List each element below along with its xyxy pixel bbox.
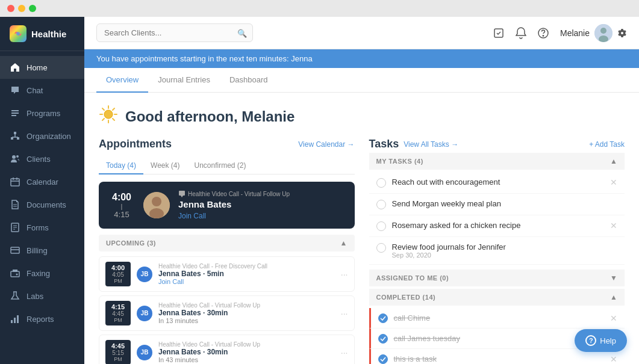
svg-rect-24 [11, 271, 19, 277]
completed-checkbox-0[interactable] [378, 313, 388, 323]
upcoming-info-0: Healthie Video Call - Free Discovery Cal… [158, 263, 335, 285]
svg-marker-51 [181, 196, 183, 197]
close-button[interactable] [7, 5, 14, 12]
search-input[interactable] [96, 23, 253, 42]
svg-point-38 [104, 110, 113, 119]
help-button[interactable]: ? Help [575, 329, 627, 352]
sidebar-item-documents[interactable]: Documents [0, 193, 84, 216]
search-box: 🔍 [96, 23, 253, 42]
tasks-icon[interactable] [493, 27, 505, 39]
featured-time-start: 4:00 [108, 192, 135, 203]
completed-checkbox-1[interactable] [378, 334, 388, 344]
sidebar-item-chat[interactable]: Chat [0, 79, 84, 102]
sidebar-label-calendar: Calendar [26, 177, 58, 187]
my-tasks-list: Reach out with encouragement ✕ Send Morg… [369, 172, 625, 265]
completed-dismiss-0[interactable]: ✕ [610, 313, 617, 323]
assigned-tasks-header[interactable]: ASSIGNED TO ME (0) ▼ [369, 270, 625, 286]
upcoming-time-end-0: 4:05 [109, 271, 127, 278]
task-dismiss-2[interactable]: ✕ [610, 221, 617, 230]
svg-line-43 [102, 108, 104, 110]
search-icon: 🔍 [237, 28, 247, 37]
svg-rect-3 [11, 113, 19, 114]
appointments-header: Appointments View Calendar → [99, 138, 355, 150]
upcoming-item-0: 4:00 4:05 PM JB Healthie Video Call - Fr… [99, 256, 355, 292]
sidebar-item-forms[interactable]: Forms [0, 216, 84, 239]
view-all-tasks-link[interactable]: View All Tasks → [404, 140, 584, 149]
sidebar-item-billing[interactable]: Billing [0, 239, 84, 262]
appointments-title: Appointments [99, 138, 172, 150]
completed-checkbox-2[interactable] [378, 354, 388, 364]
appt-tab-week[interactable]: Week (4) [143, 158, 187, 174]
view-calendar-link[interactable]: View Calendar → [298, 140, 354, 149]
help-circle-icon[interactable] [537, 27, 549, 39]
completed-text-2: this is a task [394, 354, 605, 363]
maximize-button[interactable] [29, 5, 36, 12]
task-checkbox-3[interactable] [376, 243, 386, 253]
upcoming-header[interactable]: UPCOMING (3) ▲ [99, 235, 355, 251]
upcoming-sub-0[interactable]: Join Call [158, 278, 335, 285]
upcoming-item-2: 4:45 5:15 PM JB Healthie Video Call - Vi… [99, 335, 355, 364]
featured-client-name: Jenna Bates [178, 199, 345, 209]
logo-text: Healthie [31, 29, 66, 39]
svg-point-37 [621, 32, 623, 34]
tab-dashboard[interactable]: Dashboard [220, 68, 278, 93]
tab-overview[interactable]: Overview [96, 68, 148, 93]
sidebar-label-faxing: Faxing [26, 269, 50, 278]
featured-join-call[interactable]: Join Call [178, 212, 345, 220]
two-col-layout: Appointments View Calendar → Today (4) W… [99, 138, 625, 364]
task-text-1: Send Morgan weekly meal plan [392, 199, 612, 208]
upcoming-more-2[interactable]: ··· [341, 348, 348, 357]
sidebar-label-chat: Chat [26, 86, 43, 95]
reports-icon [10, 313, 20, 324]
notifications-icon[interactable] [516, 27, 526, 39]
svg-rect-22 [11, 247, 19, 253]
task-text-2: Rosemary asked for a chicken recipe [392, 221, 605, 230]
upcoming-time-unit-0: PM [109, 278, 127, 284]
sidebar-item-programs[interactable]: Programs [0, 102, 84, 125]
tab-journal[interactable]: Journal Entries [148, 68, 220, 93]
svg-rect-5 [14, 132, 16, 134]
task-text-0: Reach out with encouragement [392, 177, 605, 187]
completed-text-1: call James tuesday [394, 334, 605, 343]
task-dismiss-0[interactable]: ✕ [610, 177, 617, 187]
upcoming-initials-1: JB [137, 306, 152, 321]
title-bar [0, 0, 639, 17]
settings-icon[interactable] [617, 28, 627, 38]
task-checkbox-1[interactable] [376, 200, 386, 209]
upcoming-more-1[interactable]: ··· [341, 309, 348, 318]
sidebar-item-organization[interactable]: Organization [0, 125, 84, 147]
task-item-3: Review food journals for Jennifer Sep 30… [369, 237, 625, 265]
upcoming-more-0[interactable]: ··· [341, 270, 348, 279]
sidebar-item-labs[interactable]: Labs [0, 285, 84, 307]
appt-tab-unconfirmed[interactable]: Unconfirmed (2) [187, 158, 254, 174]
completed-tasks-header[interactable]: COMPLETED (14) ▲ [369, 289, 625, 306]
task-checkbox-0[interactable] [376, 178, 386, 188]
sidebar-item-reports[interactable]: Reports [0, 307, 84, 330]
task-checkbox-2[interactable] [376, 221, 386, 231]
appt-tab-today[interactable]: Today (4) [99, 158, 143, 174]
sidebar-item-home[interactable]: Home [0, 56, 84, 79]
svg-line-45 [113, 108, 114, 110]
sidebar-item-calendar[interactable]: Calendar [0, 170, 84, 193]
alert-banner: You have appointments starting in the ne… [84, 49, 639, 68]
completed-dismiss-2[interactable]: ✕ [610, 354, 617, 364]
documents-icon [10, 199, 20, 210]
my-tasks-header[interactable]: MY TASKS (4) ▲ [369, 153, 625, 170]
add-task-button[interactable]: + Add Task [589, 140, 625, 149]
appointments-column: Appointments View Calendar → Today (4) W… [99, 138, 355, 364]
sidebar-label-forms: Forms [26, 223, 49, 232]
topbar-user[interactable]: Melanie [560, 24, 627, 42]
svg-point-26 [16, 274, 18, 276]
minimize-button[interactable] [18, 5, 25, 12]
completed-text-0: call Chime [394, 313, 605, 322]
upcoming-time-0: 4:00 4:05 PM [105, 262, 131, 286]
avatar [594, 24, 613, 42]
sidebar-item-faxing[interactable]: Faxing [0, 262, 84, 285]
sidebar: Healthie Home Chat Programs [0, 17, 84, 364]
alert-text: You have appointments starting in the ne… [96, 54, 313, 63]
sidebar-item-clients[interactable]: Clients [0, 147, 84, 170]
upcoming-item-1: 4:15 4:45 PM JB Healthie Video Call - Vi… [99, 295, 355, 331]
main-content: 🔍 Melanie [84, 17, 639, 364]
sidebar-label-programs: Programs [26, 109, 60, 118]
labs-icon [10, 291, 20, 301]
